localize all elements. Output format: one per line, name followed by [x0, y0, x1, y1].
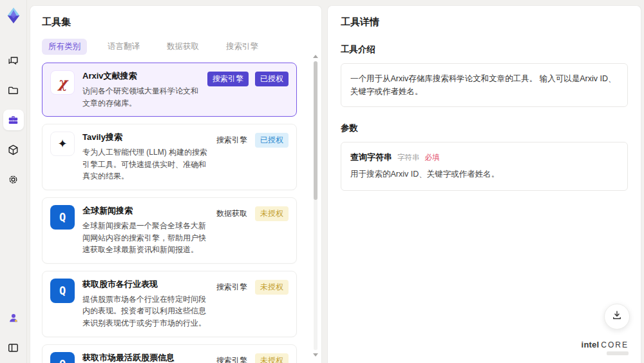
tool-card-active-stocks[interactable]: Q 获取市场最活跃股票信息 提供当天交易量最高的股票列表。投资者可以利用这些信息…	[42, 344, 297, 363]
category-badge: 搜索引擎	[207, 72, 249, 86]
tool-title: 获取股市各行业表现	[82, 279, 209, 290]
auth-status-badge: 未授权	[255, 206, 289, 221]
scrollbar-thumb[interactable]	[314, 61, 317, 200]
list-scrollbar[interactable]	[313, 55, 318, 357]
app-sidebar	[0, 0, 27, 363]
scroll-down-arrow-icon[interactable]	[313, 353, 318, 357]
sidebar-item-files[interactable]	[3, 80, 24, 101]
category-badge: 搜索引擎	[215, 133, 249, 148]
download-icon	[611, 309, 623, 324]
tool-card-list: χ Arxiv文献搜索 访问各个研究领域大量科学论文和文章的存储库。 搜索引擎 …	[42, 63, 310, 363]
tool-card-tavily[interactable]: ✦ Tavily搜索 专为人工智能代理 (LLM) 构建的搜索引擎工具。可快速提…	[42, 124, 297, 190]
brand-intel: intel	[582, 340, 600, 349]
sidebar-item-models[interactable]	[3, 139, 24, 160]
tool-card-sector-performance[interactable]: Q 获取股市各行业表现 提供股票市场各个行业在特定时间段内的表现。投资者可以利用…	[42, 271, 297, 337]
sidebar-item-chat[interactable]	[3, 50, 24, 71]
tool-title: Arxiv文献搜索	[82, 70, 201, 82]
category-badge: 搜索引擎	[215, 353, 249, 363]
tool-description: 专为人工智能代理 (LLM) 构建的搜索引擎工具。可快速提供实时、准确和真实的结…	[82, 146, 209, 182]
avatar-icon	[7, 311, 20, 324]
detail-title: 工具详情	[341, 16, 628, 28]
params-heading: 参数	[341, 123, 628, 134]
tool-title: Tavily搜索	[82, 132, 209, 143]
sidebar-collapse-button[interactable]	[3, 337, 24, 358]
tool-description: 全球新闻搜索是一个聚合全球各大新闻网站内容的搜索引擎，帮助用户快速获取全球最新资…	[82, 220, 209, 256]
sidebar-item-tools[interactable]	[3, 110, 24, 130]
download-button[interactable]	[604, 304, 630, 329]
arxiv-logo-icon: χ	[50, 70, 75, 95]
tab-search-engine[interactable]: 搜索引擎	[220, 39, 265, 55]
brand-subtext-blur	[607, 351, 629, 355]
auth-status-badge: 已授权	[255, 72, 289, 86]
sparkle-icon: ✦	[50, 132, 75, 156]
toolset-panel: 工具集 所有类别 语言翻译 数据获取 搜索引擎 χ Arxiv文献搜索 访问各个…	[30, 5, 322, 363]
tab-all-categories[interactable]: 所有类别	[42, 39, 87, 55]
news-app-icon: Q	[50, 352, 75, 363]
tool-description: 提供股票市场各个行业在特定时间段内的表现。投资者可以利用这些信息来识别表现优于或…	[82, 293, 209, 329]
intro-heading: 工具介绍	[341, 44, 628, 55]
auth-status-badge: 未授权	[255, 353, 289, 363]
tab-data-fetch[interactable]: 数据获取	[160, 39, 205, 55]
news-app-icon: Q	[50, 205, 75, 230]
gear-icon	[7, 173, 19, 186]
tool-intro-text: 一个用于从Arxiv存储库搜索科学论文和文章的工具。 输入可以是Arxiv ID…	[341, 63, 628, 107]
page-title: 工具集	[42, 16, 310, 28]
tool-title: 获取市场最活跃股票信息	[82, 352, 209, 363]
briefcase-icon	[7, 114, 19, 126]
sidebar-item-settings[interactable]	[3, 169, 24, 190]
param-type: 字符串	[397, 153, 420, 162]
param-description: 用于搜索的Arxiv ID、关键字或作者姓名。	[350, 169, 618, 180]
parameter-card: 查询字符串 字符串 必填 用于搜索的Arxiv ID、关键字或作者姓名。	[341, 142, 628, 191]
auth-status-badge: 未授权	[255, 280, 289, 295]
param-name: 查询字符串	[350, 152, 392, 163]
sidebar-item-account[interactable]	[3, 308, 24, 328]
category-badge: 搜索引擎	[215, 280, 249, 295]
category-badge: 数据获取	[215, 206, 249, 221]
panel-toggle-icon	[7, 342, 19, 354]
folder-icon	[7, 84, 19, 97]
scroll-up-arrow-icon[interactable]	[313, 55, 318, 58]
intel-core-logo: intelcore	[582, 338, 629, 355]
brand-core: core	[601, 340, 629, 349]
tool-card-global-news[interactable]: Q 全球新闻搜索 全球新闻搜索是一个聚合全球各大新闻网站内容的搜索引擎，帮助用户…	[42, 197, 297, 264]
tool-card-arxiv[interactable]: χ Arxiv文献搜索 访问各个研究领域大量科学论文和文章的存储库。 搜索引擎 …	[42, 63, 297, 117]
cube-icon	[7, 144, 19, 156]
auth-status-badge: 已授权	[255, 133, 289, 148]
news-app-icon: Q	[50, 279, 75, 303]
tool-title: 全球新闻搜索	[82, 205, 209, 217]
tool-detail-panel: 工具详情 工具介绍 一个用于从Arxiv存储库搜索科学论文和文章的工具。 输入可…	[327, 5, 641, 363]
category-tabs: 所有类别 语言翻译 数据获取 搜索引擎	[42, 39, 310, 55]
tool-description: 访问各个研究领域大量科学论文和文章的存储库。	[82, 85, 201, 109]
tab-language-translation[interactable]: 语言翻译	[101, 39, 146, 55]
param-required-flag: 必填	[425, 153, 440, 162]
chat-icon	[7, 55, 19, 67]
app-logo-icon	[5, 6, 23, 25]
